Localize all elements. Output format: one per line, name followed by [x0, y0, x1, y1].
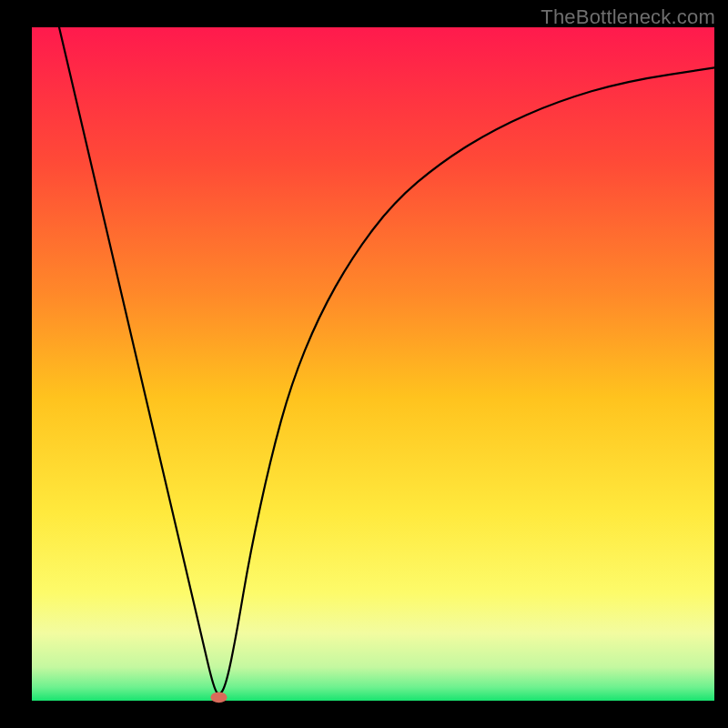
plot-area — [32, 27, 714, 701]
curve-layer — [32, 27, 714, 701]
chart-frame: TheBottleneck.com — [0, 0, 728, 728]
bottleneck-curve — [59, 27, 714, 694]
minimum-marker — [211, 692, 228, 703]
watermark-label: TheBottleneck.com — [541, 5, 715, 29]
